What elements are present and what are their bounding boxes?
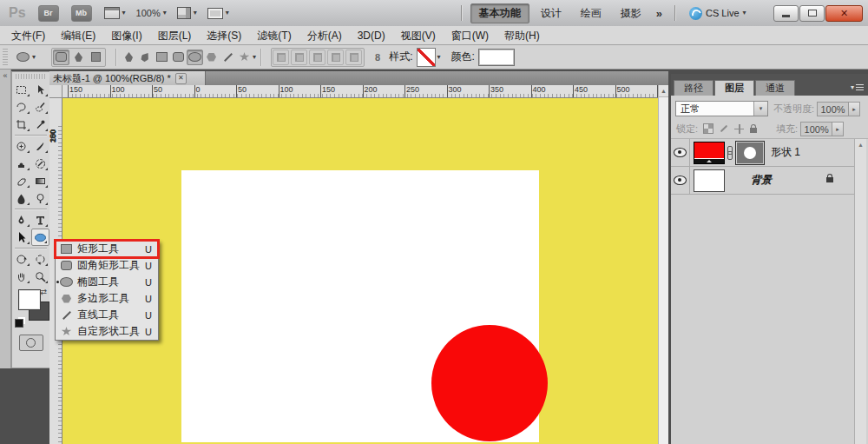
workspace-overflow-button[interactable]: » — [651, 7, 667, 20]
paths-button[interactable] — [70, 50, 87, 65]
opacity-value[interactable]: 100% — [817, 102, 849, 116]
minimize-button[interactable] — [773, 5, 799, 22]
close-button[interactable]: ✕ — [825, 5, 863, 22]
panel-menu-button[interactable]: ▾ — [851, 83, 864, 91]
polygon-tool-button[interactable] — [203, 50, 220, 65]
fill-pixels-button[interactable] — [88, 50, 104, 65]
panel-tab[interactable]: 通道 — [755, 80, 795, 96]
vertical-scrollbar[interactable]: ▲ — [658, 85, 668, 444]
line-tool-button[interactable] — [220, 50, 236, 65]
lock-position-icon[interactable] — [734, 124, 744, 134]
layer-row-background[interactable]: 背景 — [671, 167, 854, 195]
close-document-icon[interactable]: ✕ — [175, 73, 187, 84]
move-tool[interactable] — [31, 81, 50, 98]
lock-all-icon[interactable] — [750, 128, 757, 133]
ellipse-tool-selected[interactable] — [31, 229, 50, 246]
crop-tool[interactable] — [12, 116, 31, 133]
eyedropper-tool[interactable] — [31, 116, 50, 133]
layers-scrollbar[interactable]: ▲ — [854, 139, 866, 444]
menu-item[interactable]: 视图(V) — [393, 26, 444, 45]
chevron-down-icon[interactable]: ▾ — [437, 54, 441, 61]
healing-brush-tool[interactable] — [12, 137, 31, 155]
default-colors-icon[interactable] — [15, 319, 23, 328]
menu-item[interactable]: 滤镜(T) — [249, 26, 299, 45]
quick-selection-tool[interactable] — [31, 98, 50, 116]
flag-red-circle[interactable] — [431, 325, 548, 441]
lock-pixels-icon[interactable] — [720, 125, 727, 132]
layer-row-shape[interactable]: 形状 1 — [671, 139, 854, 167]
panel-tab[interactable]: 路径 — [674, 80, 713, 96]
arrange-documents-button[interactable]: ▾ — [177, 7, 197, 19]
zoom-level-control[interactable]: 100% ▾ — [136, 8, 167, 18]
custom-shape-tool-button[interactable] — [236, 50, 253, 65]
blend-mode-select[interactable]: 正常 ▾ — [675, 101, 768, 116]
restore-button[interactable] — [799, 5, 825, 22]
style-swatch[interactable] — [417, 48, 436, 67]
zoom-tool[interactable] — [31, 268, 50, 285]
layer-thumbnail-red[interactable] — [694, 142, 725, 164]
vector-mask-thumbnail[interactable] — [735, 141, 765, 165]
pen-tool[interactable] — [12, 211, 31, 229]
menu-item[interactable]: 3D(D) — [350, 26, 393, 45]
menu-item[interactable]: 窗口(W) — [444, 26, 496, 45]
3d-rotate-tool[interactable] — [12, 250, 31, 268]
opacity-spinner-icon[interactable]: ▸ — [849, 102, 860, 116]
ruler-corner[interactable] — [49, 85, 62, 98]
lock-transparency-icon[interactable] — [703, 123, 713, 134]
screen-mode-button[interactable]: ▾ — [207, 8, 229, 19]
chevron-down-icon[interactable]: ▾ — [253, 54, 256, 61]
flyout-menu-item[interactable]: 多边形工具 U — [56, 290, 158, 307]
clone-stamp-tool[interactable] — [12, 155, 31, 172]
panel-tab[interactable]: 图层 — [714, 80, 754, 96]
cs-live-button[interactable]: CS Live ▾ — [689, 7, 746, 20]
layer-name[interactable]: 背景 — [751, 173, 772, 188]
layer-name[interactable]: 形状 1 — [771, 145, 800, 160]
foreground-color-swatch[interactable] — [18, 289, 41, 310]
workspace-button[interactable]: 摄影 — [613, 4, 649, 23]
menu-item[interactable]: 分析(A) — [299, 26, 350, 45]
layer-thumbnail-white[interactable] — [694, 169, 725, 192]
exclude-shape-button[interactable] — [345, 50, 362, 65]
visibility-toggle[interactable] — [671, 167, 690, 194]
shape-layers-button[interactable] — [53, 50, 69, 65]
drag-grip[interactable] — [16, 74, 46, 79]
menu-item[interactable]: 选择(S) — [199, 26, 249, 45]
view-extras-button[interactable]: ▾ — [104, 7, 126, 19]
hand-tool[interactable] — [12, 268, 31, 285]
intersect-shape-button[interactable] — [327, 50, 344, 65]
drag-grip[interactable] — [3, 49, 8, 66]
workspace-button[interactable]: 基本功能 — [470, 3, 529, 23]
tool-preset-picker[interactable]: ▾ — [16, 52, 36, 62]
fill-spinner-icon[interactable]: ▸ — [832, 122, 844, 136]
freeform-pen-tool-button[interactable] — [137, 50, 154, 65]
3d-roll-tool[interactable] — [31, 250, 50, 268]
menu-item[interactable]: 编辑(E) — [53, 26, 103, 45]
rectangle-tool-button[interactable] — [154, 50, 170, 65]
bridge-button[interactable]: Br — [38, 5, 59, 22]
flag-white-rectangle[interactable] — [181, 170, 539, 442]
path-selection-tool[interactable] — [12, 229, 31, 246]
flyout-menu-item[interactable]: 直线工具 U — [56, 307, 158, 323]
scroll-up-icon[interactable]: ▲ — [659, 85, 668, 97]
pen-tool-button[interactable] — [121, 50, 137, 65]
quick-mask-button[interactable] — [19, 335, 43, 351]
subtract-from-shape-button[interactable] — [309, 50, 326, 65]
document-tab[interactable]: 未标题-1 @ 100%(RGB/8) * ✕ — [49, 71, 206, 85]
visibility-toggle[interactable] — [671, 139, 690, 166]
brush-tool[interactable] — [31, 137, 50, 155]
flyout-menu-item[interactable]: 椭圆工具 U — [56, 274, 158, 290]
mini-bridge-button[interactable]: Mb — [71, 5, 92, 22]
workspace-button[interactable]: 绘画 — [573, 4, 609, 23]
menu-item[interactable]: 文件(F) — [3, 26, 53, 45]
fill-value[interactable]: 100% — [800, 122, 832, 136]
menu-item[interactable]: 图像(I) — [103, 26, 149, 45]
rectangular-marquee-tool[interactable] — [12, 81, 31, 98]
flyout-menu-item[interactable]: 矩形工具 U — [56, 241, 158, 257]
dodge-tool[interactable] — [31, 189, 50, 207]
eraser-tool[interactable] — [12, 172, 31, 189]
workspace-button[interactable]: 设计 — [533, 4, 569, 23]
color-swatch[interactable] — [478, 49, 515, 66]
flyout-menu-item[interactable]: 自定形状工具 U — [56, 323, 158, 340]
type-tool[interactable] — [31, 211, 50, 229]
ellipse-tool-button[interactable] — [187, 50, 203, 65]
